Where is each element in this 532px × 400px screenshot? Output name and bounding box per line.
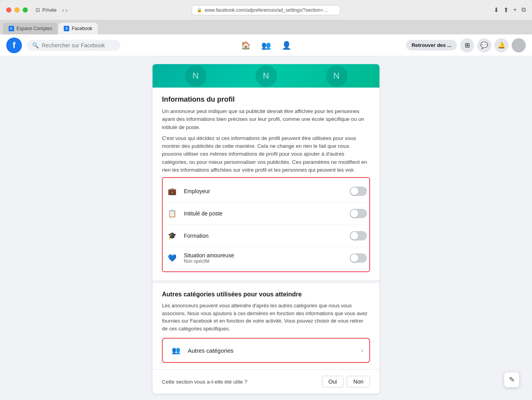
tab-label-facebook: Facebook [72, 26, 92, 31]
card-image-strip: N N N [153, 64, 379, 88]
categories-left: 👥 Autres catégories [169, 343, 234, 357]
profile-info-section: Informations du profil Un annonceur peut… [153, 88, 379, 280]
address-bar[interactable]: 🔒 www.facebook.com/adpreferences/ad_sett… [192, 5, 340, 15]
feedback-question: Cette section vous a-t-elle été utile ? [162, 379, 247, 385]
edit-fab-button[interactable]: ✎ [504, 372, 519, 387]
profile-section-desc1: Un annonceur peut indiquer que sa public… [162, 108, 370, 131]
chevron-right-icon: › [361, 347, 363, 353]
notifications-icon[interactable]: 🔔 [494, 38, 509, 52]
retrouver-button[interactable]: Retrouver des ... [406, 40, 457, 50]
categories-label: Autres catégories [188, 347, 234, 354]
feedback-bar: Cette section vous a-t-elle été utile ? … [153, 369, 379, 394]
intitule-icon: 📋 [165, 206, 179, 221]
private-tab-indicator: ⊡ Privée [36, 7, 57, 13]
setting-left-employeur: 💼 Employeur [165, 184, 210, 198]
main-content: N N N Informations du profil Un annonceu… [0, 56, 532, 400]
maximize-button[interactable] [23, 7, 28, 13]
copy-icon[interactable]: ⧉ [521, 6, 526, 14]
employeur-icon: 💼 [165, 184, 179, 198]
close-button[interactable] [6, 7, 11, 13]
setting-left-formation: 🎓 Formation [165, 229, 208, 243]
situation-toggle-knob [350, 254, 358, 262]
situation-sublabel: Non spécifié [184, 258, 234, 264]
formation-label: Formation [184, 233, 208, 239]
tab-label-espace: Espace Comptes [16, 26, 52, 31]
back-arrow-icon[interactable]: ‹ [62, 7, 64, 13]
address-bar-url: www.facebook.com/adpreferences/ad_settin… [205, 7, 330, 13]
setting-left-intitule: 📋 Intitulé de poste [165, 206, 223, 221]
nav-right-area: Retrouver des ... ⊞ 💬 🔔 [406, 38, 526, 52]
download-icon[interactable]: ⬇ [494, 6, 499, 14]
nav-center-icons: 🏠 👥 👤 [236, 36, 296, 55]
autres-section-title: Autres catégories utilisées pour vous at… [162, 291, 370, 298]
feedback-buttons: Oui Non [322, 376, 370, 387]
feedback-oui-button[interactable]: Oui [322, 376, 344, 387]
profile-section-title: Informations du profil [162, 95, 370, 104]
autres-categories-row[interactable]: 👥 Autres catégories › [162, 338, 370, 363]
facebook-logo-letter: f [13, 40, 15, 50]
intitule-label-wrap: Intitulé de poste [184, 210, 223, 217]
employeur-label-wrap: Employeur [184, 188, 210, 194]
window-chrome: ⊡ Privée ‹ › 🔒 www.facebook.com/adprefer… [0, 0, 532, 20]
nav-friends-icon[interactable]: 👥 [257, 36, 275, 55]
nav-groups-icon[interactable]: 👤 [277, 36, 296, 55]
window-tab-area: ⊡ Privée ‹ › [36, 7, 67, 13]
setting-row-formation: 🎓 Formation [165, 225, 367, 247]
employeur-label: Employeur [184, 188, 210, 194]
nav-arrows: ‹ › [62, 7, 67, 13]
setting-row-employeur: 💼 Employeur [165, 180, 367, 203]
setting-row-situation: 💙 Situation amoureuse Non spécifié [165, 247, 367, 269]
strip-circle-1: N [185, 65, 207, 87]
autres-section-desc: Les annonceurs peuvent vous atteindre d'… [162, 302, 370, 332]
categories-icon: 👥 [169, 343, 183, 357]
address-bar-area: 🔒 www.facebook.com/adpreferences/ad_sett… [192, 5, 340, 15]
formation-toggle-knob [350, 232, 358, 240]
facebook-logo[interactable]: f [6, 38, 22, 53]
nav-home-icon[interactable]: 🏠 [236, 36, 255, 55]
tab-bar: F Espace Comptes F Facebook [0, 20, 532, 34]
profile-section-desc2: C'est vous qui décidez si ces informatio… [162, 135, 370, 174]
facebook-navbar: f 🔍 🏠 👥 👤 Retrouver des ... ⊞ 💬 🔔 [0, 34, 532, 56]
minimize-button[interactable] [14, 7, 20, 13]
tab-favicon-espace: F [9, 26, 14, 31]
content-card: N N N Informations du profil Un annonceu… [153, 64, 379, 394]
setting-left-situation: 💙 Situation amoureuse Non spécifié [165, 251, 234, 265]
tab-facebook[interactable]: F Facebook [58, 23, 98, 34]
intitule-label: Intitulé de poste [184, 210, 223, 217]
employeur-toggle-knob [350, 187, 358, 195]
feedback-non-button[interactable]: Non [347, 376, 370, 387]
setting-row-intitule: 📋 Intitulé de poste [165, 203, 367, 225]
situation-label: Situation amoureuse [184, 252, 234, 258]
autres-categories-section: Autres catégories utilisées pour vous at… [153, 280, 379, 369]
messenger-icon[interactable]: 💬 [477, 38, 491, 52]
lock-icon: 🔒 [197, 7, 202, 13]
private-tab-label: Privée [42, 7, 57, 13]
traffic-lights [6, 7, 28, 13]
formation-label-wrap: Formation [184, 233, 208, 239]
employeur-toggle[interactable] [350, 187, 367, 196]
edit-icon: ✎ [509, 375, 515, 384]
avatar[interactable] [512, 38, 526, 52]
share-icon[interactable]: ⬆ [503, 6, 509, 14]
private-tab-icon: ⊡ [36, 7, 40, 13]
tab-espace-comptes[interactable]: F Espace Comptes [3, 23, 58, 34]
intitule-toggle[interactable] [350, 209, 367, 218]
search-input[interactable] [42, 42, 115, 48]
window-actions: ⬇ ⬆ + ⧉ [494, 6, 526, 14]
intitule-toggle-knob [350, 210, 358, 217]
strip-circle-2: N [255, 65, 277, 87]
formation-toggle[interactable] [350, 231, 367, 240]
forward-arrow-icon[interactable]: › [66, 7, 68, 13]
situation-toggle[interactable] [350, 253, 367, 263]
formation-icon: 🎓 [165, 229, 179, 243]
strip-circle-3: N [326, 65, 347, 87]
situation-label-wrap: Situation amoureuse Non spécifié [184, 252, 234, 264]
tab-favicon-facebook: F [64, 26, 69, 31]
search-bar[interactable]: 🔍 [27, 40, 120, 51]
grid-icon[interactable]: ⊞ [460, 38, 474, 52]
toggles-highlight-box: 💼 Employeur 📋 Intitulé de poste [162, 177, 370, 272]
plus-icon[interactable]: + [513, 6, 517, 14]
search-icon: 🔍 [32, 42, 39, 48]
situation-icon: 💙 [165, 251, 179, 265]
